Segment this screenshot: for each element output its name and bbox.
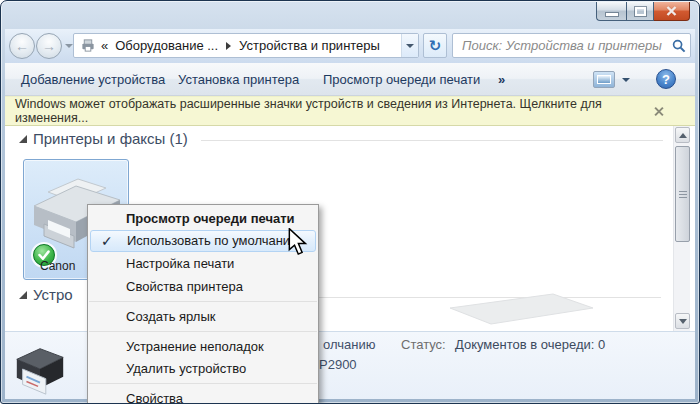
close-icon bbox=[666, 6, 677, 16]
breadcrumb-item-current[interactable]: Устройства и принтеры bbox=[239, 38, 380, 53]
scroll-up-icon bbox=[679, 133, 687, 138]
toolbar-view-print-queue[interactable]: Просмотр очереди печати bbox=[323, 72, 480, 87]
menu-item-label: Просмотр очереди печати bbox=[126, 211, 295, 226]
menu-item-printer-properties[interactable]: Свойства принтера bbox=[88, 275, 318, 298]
back-button[interactable]: ← bbox=[9, 33, 35, 59]
infobar-message: Windows может отображать расширенные зна… bbox=[15, 97, 654, 125]
scroll-down-icon bbox=[679, 319, 687, 324]
menu-separator bbox=[89, 301, 317, 302]
help-button[interactable]: ? bbox=[656, 69, 676, 89]
breadcrumb-item-hardware[interactable]: Оборудование ... bbox=[115, 38, 218, 53]
menu-separator bbox=[89, 331, 317, 332]
detail-model-fragment: P2900 bbox=[319, 357, 357, 372]
detail-default-fragment: олчанию bbox=[323, 337, 375, 352]
toolbar-add-printer[interactable]: Установка принтера bbox=[178, 72, 299, 87]
menu-item-open-print-queue[interactable]: Просмотр очереди печати bbox=[88, 207, 318, 230]
maximize-button[interactable] bbox=[626, 2, 654, 21]
refresh-button[interactable]: ↻ bbox=[423, 33, 447, 58]
menu-item-printing-preferences[interactable]: Настройка печати bbox=[88, 252, 318, 275]
status-value: Документов в очереди: 0 bbox=[455, 337, 605, 352]
menu-item-create-shortcut[interactable]: Создать ярлык bbox=[88, 305, 318, 328]
close-button[interactable] bbox=[654, 2, 690, 21]
navigation-bar: ← → « Оборудование ... Устройства и прин… bbox=[5, 29, 695, 63]
menu-item-troubleshoot[interactable]: Устранение неполадок bbox=[88, 335, 318, 358]
breadcrumb-separator-icon bbox=[226, 42, 231, 50]
recent-pages-dropdown[interactable] bbox=[65, 44, 73, 48]
menu-item-label: Устранение неполадок bbox=[126, 339, 264, 354]
forward-icon: → bbox=[42, 39, 56, 53]
search-input[interactable] bbox=[460, 37, 672, 54]
infobar[interactable]: Windows может отображать расширенные зна… bbox=[5, 96, 695, 126]
search-icon bbox=[672, 39, 686, 53]
menu-item-label: Создать ярлык bbox=[126, 309, 215, 324]
menu-item-label: Свойства bbox=[126, 391, 183, 404]
address-dropdown-button[interactable] bbox=[401, 34, 418, 57]
printer-details-icon bbox=[11, 338, 69, 400]
menu-separator bbox=[89, 383, 317, 384]
views-button[interactable] bbox=[593, 71, 615, 88]
scroll-down-button[interactable] bbox=[675, 313, 690, 329]
menu-item-label: Использовать по умолчанию bbox=[127, 233, 300, 248]
views-dropdown-chevron-icon[interactable] bbox=[622, 78, 630, 82]
back-icon: ← bbox=[15, 39, 29, 53]
status-label: Статус: bbox=[401, 337, 446, 352]
minimize-button[interactable] bbox=[596, 2, 626, 21]
help-icon: ? bbox=[662, 72, 670, 87]
checkmark-icon: ✓ bbox=[101, 231, 113, 251]
toolbar-overflow-chevron[interactable]: » bbox=[498, 72, 505, 87]
forward-button[interactable]: → bbox=[36, 33, 62, 59]
menu-item-label: Настройка печати bbox=[126, 256, 234, 271]
devices-and-printers-window: ← → « Оборудование ... Устройства и прин… bbox=[0, 0, 700, 404]
minimize-icon bbox=[606, 13, 618, 16]
refresh-icon: ↻ bbox=[429, 37, 442, 55]
maximize-icon bbox=[635, 7, 646, 16]
cursor-icon bbox=[288, 228, 308, 260]
caption-buttons bbox=[596, 2, 690, 21]
toolbar-add-device[interactable]: Добавление устройства bbox=[21, 72, 165, 87]
printer-context-menu: Просмотр очереди печати ✓ Использовать п… bbox=[87, 204, 319, 404]
views-icon bbox=[597, 75, 611, 84]
menu-item-set-as-default[interactable]: ✓ Использовать по умолчанию bbox=[90, 230, 316, 252]
printer-icon bbox=[80, 38, 96, 53]
infobar-close-icon[interactable] bbox=[654, 107, 663, 116]
menu-item-label: Свойства принтера bbox=[126, 279, 243, 294]
menu-item-label: Удалить устройство bbox=[126, 361, 246, 376]
breadcrumb-overflow-chevron[interactable]: « bbox=[101, 38, 108, 53]
menu-item-remove-device[interactable]: Удалить устройство bbox=[88, 358, 318, 380]
command-toolbar: Добавление устройства Установка принтера… bbox=[5, 63, 695, 96]
vertical-scrollbar[interactable] bbox=[673, 126, 690, 331]
chevron-down-icon bbox=[406, 44, 414, 48]
scroll-up-button[interactable] bbox=[675, 127, 690, 143]
scrollbar-thumb[interactable] bbox=[675, 146, 690, 242]
breadcrumb[interactable]: « Оборудование ... Устройства и принтеры bbox=[73, 33, 419, 58]
search-box[interactable] bbox=[452, 33, 691, 58]
menu-item-properties[interactable]: Свойства bbox=[88, 387, 318, 404]
